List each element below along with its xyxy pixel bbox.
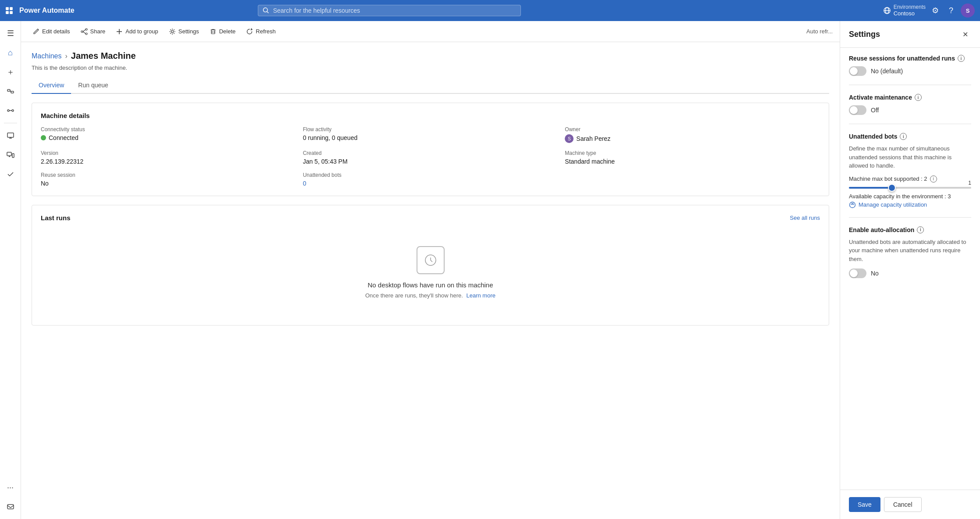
- delete-button[interactable]: Delete: [205, 25, 240, 38]
- auto-refresh-text: Auto refr...: [806, 28, 833, 35]
- share-button[interactable]: Share: [76, 25, 110, 38]
- svg-line-11: [10, 90, 11, 92]
- nav-feedback-icon[interactable]: [2, 498, 19, 515]
- svg-point-23: [86, 29, 87, 30]
- panel-body: Reuse sessions for unattended runs i No …: [840, 48, 980, 285]
- manage-link-text: Manage capacity utilization: [859, 201, 927, 208]
- see-all-runs-link[interactable]: See all runs: [790, 215, 820, 221]
- nav-monitor-icon[interactable]: [2, 127, 19, 144]
- environment-selector[interactable]: Environments Contoso: [883, 4, 926, 17]
- close-icon[interactable]: ✕: [959, 28, 971, 40]
- svg-point-12: [7, 110, 9, 111]
- settings-panel: Settings ✕ Reuse sessions for unattended…: [840, 21, 980, 519]
- maintenance-toggle[interactable]: [849, 105, 866, 115]
- svg-point-13: [12, 110, 14, 111]
- nav-connections-icon[interactable]: [2, 102, 19, 119]
- settings-button[interactable]: Settings: [164, 25, 203, 38]
- svg-rect-18: [7, 152, 11, 156]
- search-input[interactable]: [273, 7, 517, 14]
- content-area: Edit details Share Add to group Settings…: [21, 21, 840, 519]
- auto-alloc-label: Enable auto-allocation: [849, 226, 914, 233]
- unattended-bots-group: Unattended bots i Define the max number …: [849, 133, 971, 208]
- svg-point-30: [171, 30, 173, 32]
- search-bar[interactable]: [258, 5, 521, 16]
- maintenance-info-icon[interactable]: i: [915, 94, 922, 101]
- max-bot-label: Machine max bot supported : 2: [849, 175, 927, 182]
- auto-alloc-desc: Unattended bots are automatically alloca…: [849, 238, 971, 264]
- unattended-bots-slider-container: 1: [849, 187, 971, 189]
- reuse-sessions-toggle[interactable]: [849, 66, 866, 76]
- maintenance-thumb: [850, 106, 858, 114]
- maintenance-value: Off: [871, 107, 879, 114]
- nav-desktop-icon[interactable]: [2, 146, 19, 164]
- svg-rect-9: [7, 89, 10, 91]
- breadcrumb-parent[interactable]: Machines: [32, 52, 61, 60]
- auto-alloc-group: Enable auto-allocation i Unattended bots…: [849, 226, 971, 279]
- slider-thumb[interactable]: [888, 184, 896, 192]
- owner-item: Owner S Sarah Perez: [565, 126, 820, 143]
- add-to-group-button[interactable]: Add to group: [111, 25, 162, 38]
- nav-flows-icon[interactable]: [2, 82, 19, 100]
- version-value: 2.26.139.22312: [41, 158, 296, 165]
- unattended-item: Unattended bots 0: [303, 172, 558, 187]
- refresh-button[interactable]: Refresh: [242, 25, 280, 38]
- env-label: Environments: [894, 4, 926, 10]
- auto-alloc-value: No: [871, 270, 879, 277]
- slider-track: [849, 187, 971, 189]
- svg-line-26: [83, 29, 86, 32]
- left-nav: ☰ ⌂ ＋ ···: [0, 21, 21, 519]
- owner-avatar: S: [565, 134, 574, 143]
- manage-capacity-link[interactable]: Manage capacity utilization: [849, 201, 971, 208]
- reuse-value: No: [41, 180, 296, 187]
- breadcrumb: Machines › James Machine: [32, 51, 829, 61]
- settings-icon[interactable]: ⚙: [929, 4, 941, 17]
- status-dot: [41, 135, 46, 140]
- machine-type-value: Standard machine: [565, 158, 820, 165]
- svg-rect-31: [211, 30, 215, 34]
- reuse-sessions-thumb: [850, 67, 858, 75]
- nav-more-icon[interactable]: ···: [2, 479, 19, 496]
- reuse-item: Reuse session No: [41, 172, 296, 187]
- auto-alloc-toggle[interactable]: [849, 268, 866, 278]
- cancel-button[interactable]: Cancel: [884, 497, 922, 512]
- help-icon[interactable]: ?: [945, 4, 957, 17]
- toolbar: Edit details Share Add to group Settings…: [21, 21, 840, 42]
- save-button[interactable]: Save: [849, 497, 880, 512]
- reuse-sessions-info-icon[interactable]: i: [958, 55, 965, 62]
- svg-rect-10: [11, 91, 14, 93]
- reuse-sessions-group: Reuse sessions for unattended runs i No …: [849, 55, 971, 76]
- version-item: Version 2.26.139.22312: [41, 150, 296, 165]
- auto-alloc-info-icon[interactable]: i: [917, 226, 924, 233]
- last-runs-card: Last runs See all runs No desktop flows …: [32, 205, 829, 326]
- max-bot-info-icon[interactable]: i: [930, 175, 937, 183]
- flow-activity-item: Flow activity 0 running, 0 queued: [303, 126, 558, 143]
- tab-overview[interactable]: Overview: [32, 78, 71, 94]
- nav-add-icon[interactable]: ＋: [2, 63, 19, 81]
- edit-details-button[interactable]: Edit details: [28, 25, 75, 38]
- created-item: Created Jan 5, 05:43 PM: [303, 150, 558, 165]
- created-value: Jan 5, 05:43 PM: [303, 158, 558, 165]
- nav-home-icon[interactable]: ⌂: [2, 44, 19, 61]
- svg-rect-15: [7, 133, 14, 137]
- svg-rect-1: [10, 7, 13, 10]
- nav-approvals-icon[interactable]: [2, 165, 19, 183]
- reuse-sessions-label: Reuse sessions for unattended runs: [849, 55, 955, 62]
- svg-point-4: [264, 8, 268, 12]
- unattended-bots-label: Unattended bots: [849, 133, 897, 140]
- tab-run-queue[interactable]: Run queue: [71, 78, 115, 94]
- empty-state: No desktop flows have run on this machin…: [41, 229, 820, 316]
- divider-2: [849, 124, 971, 124]
- nav-hamburger[interactable]: ☰: [2, 25, 19, 42]
- panel-footer: Save Cancel: [840, 490, 980, 519]
- divider-1: [849, 85, 971, 85]
- machine-details-card: Machine details Connectivity status Conn…: [32, 103, 829, 196]
- connectivity-value: Connected: [49, 134, 78, 141]
- unattended-bots-info-icon[interactable]: i: [900, 133, 907, 140]
- maintenance-group: Activate maintenance i Off: [849, 94, 971, 115]
- panel-header: Settings ✕: [840, 21, 980, 48]
- grid-icon[interactable]: [5, 6, 14, 15]
- svg-rect-19: [12, 154, 14, 157]
- learn-more-link[interactable]: Learn more: [467, 292, 495, 299]
- svg-point-24: [86, 33, 87, 35]
- avatar[interactable]: S: [961, 4, 975, 18]
